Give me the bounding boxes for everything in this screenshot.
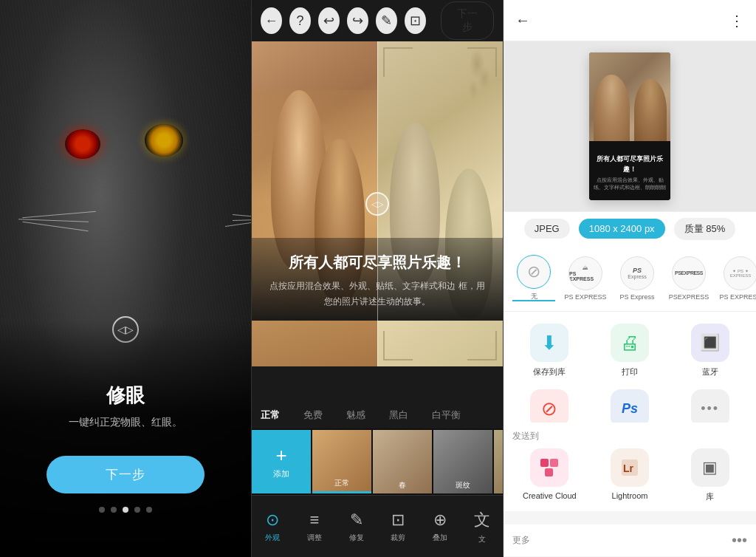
wm-ps-mountain: ⛰ PS EXPRESS — [569, 264, 602, 281]
watermark-ps1-logo: ⛰ PS EXPRESS — [568, 256, 602, 290]
filter-tab-bar: 正常 免费 魅感 黑白 白平衡 — [252, 399, 503, 431]
add-thumbnail-button[interactable]: + 添加 — [252, 430, 311, 493]
watermark-ps4[interactable]: ✦ PS ✦ EXPRESS PS EXPRESS — [719, 256, 756, 301]
action-print-label: 打印 — [622, 366, 638, 377]
watermark-none[interactable]: ⊘ 无 — [512, 255, 555, 301]
nav-label-text: 文 — [478, 534, 486, 544]
nav-overlay[interactable]: ⊕ 叠加 — [422, 510, 458, 543]
sendto-label: 发送到 — [512, 423, 747, 448]
dot-5 — [146, 507, 152, 513]
page-dots — [99, 507, 152, 513]
cat-face-area — [0, 0, 251, 340]
wm-cross-text: ✦ PS ✦ EXPRESS — [730, 268, 751, 278]
action-lightroom[interactable]: Lr Lightroom — [593, 448, 667, 502]
watermark-ps1-label: PS EXPRESS — [564, 293, 606, 301]
filter-tab-bw[interactable]: 黑白 — [386, 409, 411, 422]
cat-eye-right — [145, 124, 183, 157]
panel-photo-edit: ← ? ↩ ↪ ✎ ⊡ 下一步 ◁▷ 所有人都可尽享照片乐趣！ 点按应用混 — [251, 0, 504, 557]
format-badge-quality[interactable]: 质量 85% — [674, 218, 736, 240]
action-print[interactable]: 🖨 打印 — [593, 324, 667, 377]
split-handle[interactable]: ◁▷ — [365, 192, 389, 216]
nav-label-repair: 修复 — [349, 533, 364, 543]
back-button[interactable]: ← — [261, 7, 282, 34]
more-label: 更多 — [512, 534, 726, 547]
nav-adjust[interactable]: ≡ 调整 — [297, 510, 332, 543]
filter-tab-normal[interactable]: 正常 — [258, 409, 283, 422]
library-label: 库 — [706, 491, 714, 502]
action-save-label: 保存到库 — [533, 366, 566, 377]
thumbnail-spring[interactable]: 春 — [373, 430, 432, 493]
bottom-nav-bar: ⊙ 外观 ≡ 调整 ✎ 修复 ⊡ 裁剪 ⊕ 叠加 文 文 — [252, 495, 503, 557]
watermark-ps2[interactable]: PS Express PS Express — [616, 256, 659, 301]
more-dots-button[interactable]: ••• — [732, 532, 747, 549]
crop-icon: ⊡ — [391, 510, 405, 530]
format-badge-size[interactable]: 1080 x 2400 px — [579, 219, 665, 239]
thumbnail-stripe[interactable]: 斑纹 — [433, 430, 492, 493]
format-badge-jpeg[interactable]: JPEG — [524, 219, 570, 239]
thumb-label-normal: 正常 — [312, 478, 371, 488]
nav-text[interactable]: 文 文 — [464, 509, 500, 544]
action-creative-cloud[interactable]: Creative Cloud — [512, 448, 587, 502]
filter-tab-charm[interactable]: 魅感 — [343, 409, 368, 422]
cat-fur-texture — [0, 0, 251, 340]
panel-share: ← ⋮ 所有人都可尽享照片乐趣！ 点按应用混合效果、外观、贴纸、文字样式和边框、… — [504, 0, 756, 557]
watermark-ps4-logo: ✦ PS ✦ EXPRESS — [724, 256, 756, 290]
appearance-icon: ⊙ — [266, 510, 279, 530]
panel1-content-bottom: 修眼 一键纠正宠物眼、红眼。 下一步 — [0, 321, 251, 557]
undo-button[interactable]: ↩ — [318, 7, 340, 34]
edit-button[interactable]: ✎ — [376, 7, 397, 34]
lr-icon-wrap: Lr — [611, 448, 649, 487]
nav-label-crop: 裁剪 — [391, 533, 405, 543]
print-icon-wrap: 🖨 — [611, 324, 649, 362]
help-button[interactable]: ? — [289, 7, 311, 34]
nav-crop[interactable]: ⊡ 裁剪 — [380, 510, 416, 543]
svg-rect-1 — [550, 459, 558, 467]
filter-tab-free[interactable]: 免费 — [300, 409, 326, 422]
no-watermark-icon: ⊘ — [527, 262, 540, 281]
frame-corner-tl — [383, 47, 413, 77]
thumb-label-stripe: 斑纹 — [433, 480, 492, 491]
preview-desc: 点按应用混合效果、外观、贴纸、文字样式和边框、朗朗朗朗 — [594, 177, 666, 191]
sendto-section: 发送到 Creative Cloud Lr — [504, 423, 756, 511]
preview-text: 所有人都可尽享照片乐趣！ 点按应用混合效果、外观、贴纸、文字样式和边框、朗朗朗朗 — [589, 154, 670, 191]
preview-image: 所有人都可尽享照片乐趣！ 点按应用混合效果、外观、贴纸、文字样式和边框、朗朗朗朗 — [589, 52, 670, 200]
preview-photo-area — [589, 52, 670, 141]
nav-repair[interactable]: ✎ 修复 — [339, 510, 374, 543]
next-button[interactable]: 下一步 — [47, 456, 205, 493]
svg-rect-0 — [540, 459, 549, 467]
sendto-grid: Creative Cloud Lr Lightroom ▣ 库 — [512, 448, 747, 502]
action-save[interactable]: ⬇ 保存到库 — [512, 324, 587, 377]
thumbnail-normal[interactable]: 正常 — [312, 430, 371, 493]
cat-eye-left — [65, 129, 100, 159]
add-label: 添加 — [273, 468, 289, 479]
redo-button[interactable]: ↪ — [347, 7, 368, 34]
thumbnail-strip: + 添加 正常 春 斑纹 秋 — [252, 428, 503, 495]
watermark-ps3[interactable]: PSEXPRESS PSEXPRESS — [667, 256, 710, 301]
preview-card: 所有人都可尽享照片乐趣！ 点按应用混合效果、外观、贴纸、文字样式和边框、朗朗朗朗 — [504, 41, 756, 211]
action-bluetooth[interactable]: 🔳 蓝牙 — [673, 324, 747, 377]
watermark-selector: ⊘ 无 ⛰ PS EXPRESS PS EXPRESS PS Express P… — [504, 245, 756, 312]
nav-label-adjust: 调整 — [307, 533, 322, 543]
thumbnail-autumn[interactable]: 秋 — [494, 430, 503, 493]
preview-title: 所有人都可尽享照片乐趣！ — [594, 154, 666, 174]
format-bar: JPEG 1080 x 2400 px 质量 85% — [504, 211, 756, 245]
wm-psexpress-text: PSEXPRESS — [675, 270, 703, 276]
filter-tab-wb[interactable]: 白平衡 — [429, 409, 464, 422]
action-library[interactable]: ▣ 库 — [673, 448, 747, 502]
watermark-none-logo: ⊘ — [517, 255, 551, 289]
p2-next-button[interactable]: 下一步 — [441, 1, 494, 40]
nav-label-overlay: 叠加 — [433, 533, 447, 543]
watermark-ps1[interactable]: ⛰ PS EXPRESS PS EXPRESS — [564, 256, 607, 301]
nav-appearance[interactable]: ⊙ 外观 — [255, 510, 290, 543]
repair-icon: ✎ — [350, 510, 363, 530]
overlay-icon: ⊕ — [433, 510, 447, 530]
p3-back-button[interactable]: ← — [515, 12, 530, 29]
compare-button[interactable]: ⊡ — [405, 7, 426, 34]
lr-label: Lightroom — [612, 491, 648, 500]
cc-logo-icon — [539, 457, 560, 478]
p3-menu-button[interactable]: ⋮ — [729, 12, 744, 30]
wm-ps-express: PS Express — [628, 267, 646, 279]
feature-subtitle: 一键纠正宠物眼、红眼。 — [69, 416, 182, 429]
dot-3-active — [123, 507, 128, 513]
nav-label-appearance: 外观 — [265, 533, 280, 543]
